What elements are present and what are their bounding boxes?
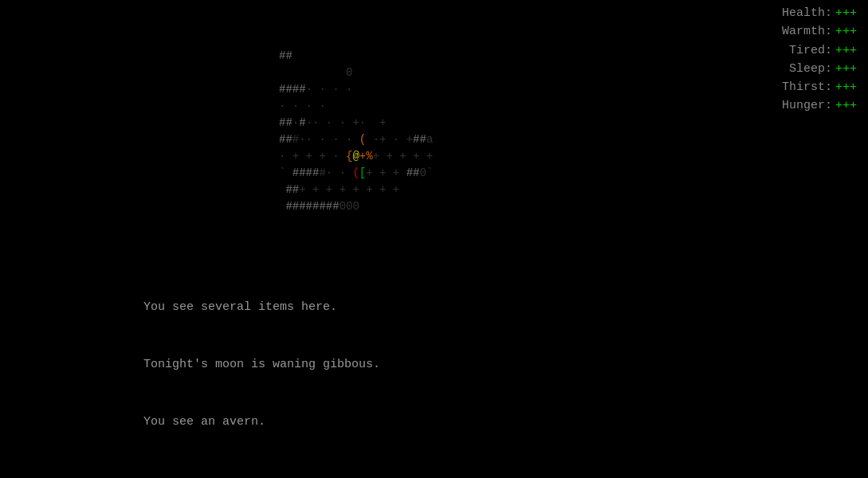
warmth-row: Warmth: +++ <box>782 22 864 41</box>
stats-panel: Health: +++ Warmth: +++ Tired: +++ Sleep… <box>782 4 864 116</box>
thirst-label: Thirst: <box>782 78 832 96</box>
sleep-label: Sleep: <box>789 60 832 78</box>
hunger-value: +++ <box>835 96 864 115</box>
health-value: +++ <box>835 4 864 22</box>
health-row: Health: +++ <box>782 4 864 22</box>
hunger-row: Hunger: +++ <box>782 96 864 115</box>
warmth-label: Warmth: <box>782 22 832 41</box>
hunger-label: Hunger: <box>782 96 832 115</box>
health-label: Health: <box>782 4 832 22</box>
thirst-row: Thirst: +++ <box>782 78 864 96</box>
tired-value: +++ <box>835 41 864 60</box>
game-container: Health: +++ Warmth: +++ Tired: +++ Sleep… <box>0 0 868 478</box>
thirst-value: +++ <box>835 78 864 96</box>
message-log: You see several items here. Tonight's mo… <box>143 260 380 470</box>
map-area: ## 0 ####· · · · · · · · ##·#·· · · +· +… <box>279 48 433 215</box>
tired-label: Tired: <box>789 41 832 60</box>
warmth-value: +++ <box>835 22 864 41</box>
tired-row: Tired: +++ <box>782 41 864 60</box>
sleep-row: Sleep: +++ <box>782 60 864 78</box>
message-line-3: You see an avern. <box>143 413 380 432</box>
sleep-value: +++ <box>835 60 864 78</box>
message-line-1: You see several items here. <box>143 298 380 317</box>
message-line-2: Tonight's moon is waning gibbous. <box>143 355 380 374</box>
